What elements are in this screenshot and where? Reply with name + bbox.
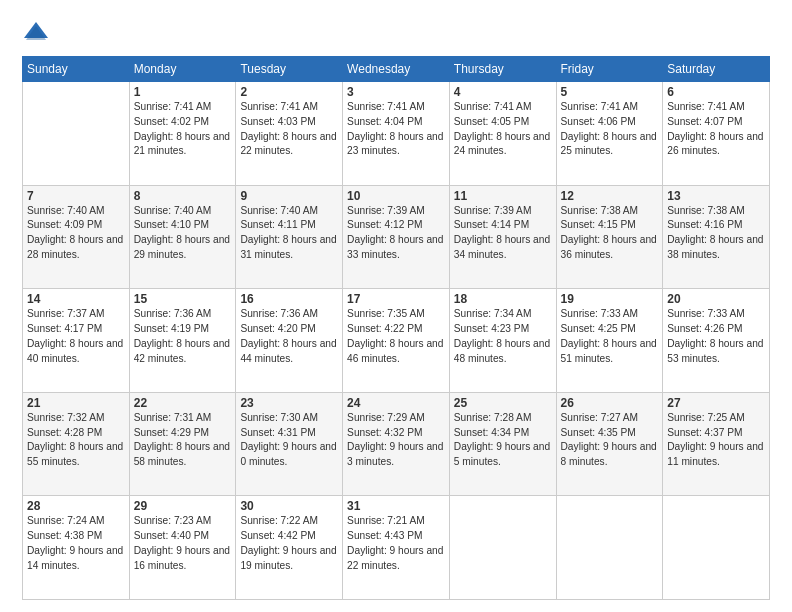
day-number: 23	[240, 396, 338, 410]
day-info: Sunrise: 7:40 AMSunset: 4:11 PMDaylight:…	[240, 205, 336, 260]
day-header-friday: Friday	[556, 57, 663, 82]
day-info: Sunrise: 7:36 AMSunset: 4:19 PMDaylight:…	[134, 308, 230, 363]
calendar-cell: 25Sunrise: 7:28 AMSunset: 4:34 PMDayligh…	[449, 392, 556, 496]
day-number: 24	[347, 396, 445, 410]
calendar-cell: 16Sunrise: 7:36 AMSunset: 4:20 PMDayligh…	[236, 289, 343, 393]
day-number: 13	[667, 189, 765, 203]
calendar-page: SundayMondayTuesdayWednesdayThursdayFrid…	[0, 0, 792, 612]
day-info: Sunrise: 7:38 AMSunset: 4:15 PMDaylight:…	[561, 205, 657, 260]
day-header-thursday: Thursday	[449, 57, 556, 82]
day-info: Sunrise: 7:41 AMSunset: 4:05 PMDaylight:…	[454, 101, 550, 156]
day-number: 20	[667, 292, 765, 306]
day-number: 8	[134, 189, 232, 203]
day-info: Sunrise: 7:40 AMSunset: 4:09 PMDaylight:…	[27, 205, 123, 260]
day-number: 6	[667, 85, 765, 99]
calendar-table: SundayMondayTuesdayWednesdayThursdayFrid…	[22, 56, 770, 600]
calendar-cell: 13Sunrise: 7:38 AMSunset: 4:16 PMDayligh…	[663, 185, 770, 289]
logo-icon	[22, 18, 50, 46]
day-header-tuesday: Tuesday	[236, 57, 343, 82]
day-info: Sunrise: 7:35 AMSunset: 4:22 PMDaylight:…	[347, 308, 443, 363]
day-info: Sunrise: 7:34 AMSunset: 4:23 PMDaylight:…	[454, 308, 550, 363]
day-number: 14	[27, 292, 125, 306]
calendar-cell: 20Sunrise: 7:33 AMSunset: 4:26 PMDayligh…	[663, 289, 770, 393]
day-number: 31	[347, 499, 445, 513]
calendar-cell: 19Sunrise: 7:33 AMSunset: 4:25 PMDayligh…	[556, 289, 663, 393]
day-number: 12	[561, 189, 659, 203]
day-number: 28	[27, 499, 125, 513]
calendar-cell: 3Sunrise: 7:41 AMSunset: 4:04 PMDaylight…	[343, 82, 450, 186]
day-info: Sunrise: 7:41 AMSunset: 4:06 PMDaylight:…	[561, 101, 657, 156]
day-number: 17	[347, 292, 445, 306]
calendar-cell: 9Sunrise: 7:40 AMSunset: 4:11 PMDaylight…	[236, 185, 343, 289]
day-number: 22	[134, 396, 232, 410]
calendar-cell: 30Sunrise: 7:22 AMSunset: 4:42 PMDayligh…	[236, 496, 343, 600]
day-number: 4	[454, 85, 552, 99]
calendar-week-5: 28Sunrise: 7:24 AMSunset: 4:38 PMDayligh…	[23, 496, 770, 600]
day-header-wednesday: Wednesday	[343, 57, 450, 82]
calendar-cell	[449, 496, 556, 600]
calendar-cell	[23, 82, 130, 186]
calendar-cell: 10Sunrise: 7:39 AMSunset: 4:12 PMDayligh…	[343, 185, 450, 289]
day-number: 21	[27, 396, 125, 410]
calendar-week-2: 7Sunrise: 7:40 AMSunset: 4:09 PMDaylight…	[23, 185, 770, 289]
day-info: Sunrise: 7:28 AMSunset: 4:34 PMDaylight:…	[454, 412, 550, 467]
day-info: Sunrise: 7:41 AMSunset: 4:03 PMDaylight:…	[240, 101, 336, 156]
calendar-cell: 8Sunrise: 7:40 AMSunset: 4:10 PMDaylight…	[129, 185, 236, 289]
day-info: Sunrise: 7:41 AMSunset: 4:02 PMDaylight:…	[134, 101, 230, 156]
calendar-cell: 5Sunrise: 7:41 AMSunset: 4:06 PMDaylight…	[556, 82, 663, 186]
calendar-header-row: SundayMondayTuesdayWednesdayThursdayFrid…	[23, 57, 770, 82]
day-number: 5	[561, 85, 659, 99]
day-info: Sunrise: 7:41 AMSunset: 4:07 PMDaylight:…	[667, 101, 763, 156]
day-header-sunday: Sunday	[23, 57, 130, 82]
day-number: 7	[27, 189, 125, 203]
day-number: 19	[561, 292, 659, 306]
calendar-cell: 15Sunrise: 7:36 AMSunset: 4:19 PMDayligh…	[129, 289, 236, 393]
calendar-cell: 17Sunrise: 7:35 AMSunset: 4:22 PMDayligh…	[343, 289, 450, 393]
page-header	[22, 18, 770, 46]
day-info: Sunrise: 7:31 AMSunset: 4:29 PMDaylight:…	[134, 412, 230, 467]
calendar-week-4: 21Sunrise: 7:32 AMSunset: 4:28 PMDayligh…	[23, 392, 770, 496]
day-info: Sunrise: 7:25 AMSunset: 4:37 PMDaylight:…	[667, 412, 763, 467]
calendar-week-1: 1Sunrise: 7:41 AMSunset: 4:02 PMDaylight…	[23, 82, 770, 186]
day-number: 16	[240, 292, 338, 306]
day-info: Sunrise: 7:37 AMSunset: 4:17 PMDaylight:…	[27, 308, 123, 363]
calendar-cell: 22Sunrise: 7:31 AMSunset: 4:29 PMDayligh…	[129, 392, 236, 496]
day-number: 10	[347, 189, 445, 203]
calendar-cell: 23Sunrise: 7:30 AMSunset: 4:31 PMDayligh…	[236, 392, 343, 496]
day-info: Sunrise: 7:38 AMSunset: 4:16 PMDaylight:…	[667, 205, 763, 260]
logo	[22, 18, 54, 46]
day-number: 9	[240, 189, 338, 203]
day-info: Sunrise: 7:32 AMSunset: 4:28 PMDaylight:…	[27, 412, 123, 467]
calendar-cell: 24Sunrise: 7:29 AMSunset: 4:32 PMDayligh…	[343, 392, 450, 496]
calendar-cell: 14Sunrise: 7:37 AMSunset: 4:17 PMDayligh…	[23, 289, 130, 393]
day-header-monday: Monday	[129, 57, 236, 82]
calendar-cell: 12Sunrise: 7:38 AMSunset: 4:15 PMDayligh…	[556, 185, 663, 289]
day-number: 18	[454, 292, 552, 306]
calendar-cell	[556, 496, 663, 600]
calendar-cell: 1Sunrise: 7:41 AMSunset: 4:02 PMDaylight…	[129, 82, 236, 186]
day-number: 30	[240, 499, 338, 513]
day-info: Sunrise: 7:29 AMSunset: 4:32 PMDaylight:…	[347, 412, 443, 467]
day-info: Sunrise: 7:30 AMSunset: 4:31 PMDaylight:…	[240, 412, 336, 467]
calendar-cell: 6Sunrise: 7:41 AMSunset: 4:07 PMDaylight…	[663, 82, 770, 186]
calendar-cell	[663, 496, 770, 600]
day-info: Sunrise: 7:22 AMSunset: 4:42 PMDaylight:…	[240, 515, 336, 570]
calendar-week-3: 14Sunrise: 7:37 AMSunset: 4:17 PMDayligh…	[23, 289, 770, 393]
day-info: Sunrise: 7:33 AMSunset: 4:26 PMDaylight:…	[667, 308, 763, 363]
calendar-cell: 27Sunrise: 7:25 AMSunset: 4:37 PMDayligh…	[663, 392, 770, 496]
day-number: 2	[240, 85, 338, 99]
day-number: 27	[667, 396, 765, 410]
calendar-cell: 2Sunrise: 7:41 AMSunset: 4:03 PMDaylight…	[236, 82, 343, 186]
day-info: Sunrise: 7:33 AMSunset: 4:25 PMDaylight:…	[561, 308, 657, 363]
day-number: 3	[347, 85, 445, 99]
calendar-cell: 4Sunrise: 7:41 AMSunset: 4:05 PMDaylight…	[449, 82, 556, 186]
day-number: 26	[561, 396, 659, 410]
calendar-cell: 11Sunrise: 7:39 AMSunset: 4:14 PMDayligh…	[449, 185, 556, 289]
day-number: 25	[454, 396, 552, 410]
day-info: Sunrise: 7:39 AMSunset: 4:14 PMDaylight:…	[454, 205, 550, 260]
calendar-cell: 29Sunrise: 7:23 AMSunset: 4:40 PMDayligh…	[129, 496, 236, 600]
day-info: Sunrise: 7:27 AMSunset: 4:35 PMDaylight:…	[561, 412, 657, 467]
day-info: Sunrise: 7:36 AMSunset: 4:20 PMDaylight:…	[240, 308, 336, 363]
day-info: Sunrise: 7:24 AMSunset: 4:38 PMDaylight:…	[27, 515, 123, 570]
calendar-cell: 31Sunrise: 7:21 AMSunset: 4:43 PMDayligh…	[343, 496, 450, 600]
